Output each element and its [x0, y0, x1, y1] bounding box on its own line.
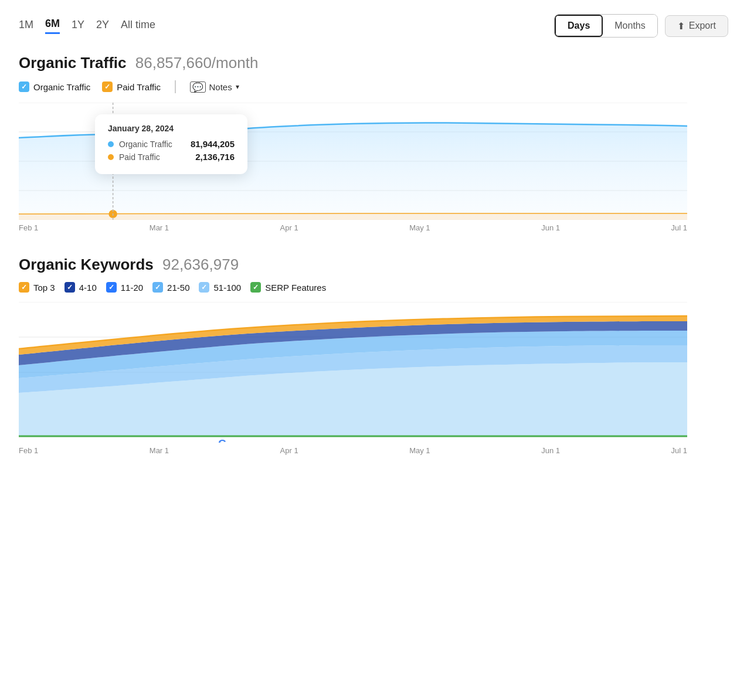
- top-bar: 1M 6M 1Y 2Y All time Days Months ⬆ Expor…: [19, 14, 728, 38]
- traffic-chart-wrap: January 28, 2024 Organic Traffic 81,944,…: [19, 103, 728, 232]
- 51100-checkbox: ✓: [199, 282, 209, 293]
- tooltip-paid-dot: [108, 154, 114, 160]
- traffic-legend-row: ✓ Organic Traffic ✓ Paid Traffic 💬 Notes…: [19, 80, 728, 93]
- right-controls: Days Months ⬆ Export: [554, 14, 728, 38]
- tooltip-organic-dot: [108, 141, 114, 147]
- kw-y-axis: 93.4M 70M 46.7M 23.3M 0: [731, 302, 747, 443]
- notes-icon: 💬: [190, 81, 206, 93]
- tooltip-organic-label: Organic Traffic: [119, 140, 185, 149]
- tooltip-organic-value: 81,944,205: [191, 139, 235, 149]
- time-tabs: 1M 6M 1Y 2Y All time: [19, 18, 155, 34]
- legend-11-20[interactable]: ✓ 11-20: [106, 282, 143, 293]
- legend-4-10[interactable]: ✓ 4-10: [64, 282, 97, 293]
- organic-keywords-title: Organic Keywords 92,636,979: [19, 256, 728, 274]
- tab-1m[interactable]: 1M: [19, 19, 33, 33]
- organic-traffic-label: Organic Traffic: [33, 82, 90, 92]
- kw-legend-row: ✓ Top 3 ✓ 4-10 ✓ 11-20 ✓ 21-50 ✓ 51-100 …: [19, 282, 728, 293]
- days-months-toggle: Days Months: [554, 14, 658, 38]
- legend-21-50[interactable]: ✓ 21-50: [152, 282, 189, 293]
- traffic-y-axis: 90.2M 67.7M 45.1M 22.6M 0: [731, 103, 747, 202]
- tab-2y[interactable]: 2Y: [96, 19, 109, 33]
- 1120-checkbox: ✓: [106, 282, 117, 293]
- export-icon: ⬆: [677, 21, 685, 32]
- organic-traffic-chart: January 28, 2024 Organic Traffic 81,944,…: [19, 103, 728, 232]
- legend-serp-features[interactable]: ✓ SERP Features: [250, 282, 326, 293]
- months-toggle-btn[interactable]: Months: [603, 15, 657, 37]
- legend-organic-traffic[interactable]: ✓ Organic Traffic: [19, 81, 90, 92]
- notes-button[interactable]: 💬 Notes ▾: [190, 81, 239, 93]
- export-button[interactable]: ⬆ Export: [665, 15, 728, 37]
- tab-6m[interactable]: 6M: [45, 18, 60, 34]
- google-g-blue: G: [218, 437, 227, 443]
- keywords-svg: G: [19, 302, 687, 443]
- tooltip-date: January 28, 2024: [108, 124, 235, 133]
- paid-traffic-label: Paid Traffic: [117, 82, 161, 92]
- organic-traffic-section: Organic Traffic 86,857,660/month ✓ Organ…: [19, 54, 728, 232]
- paid-traffic-checkbox: ✓: [102, 81, 113, 92]
- keywords-chart: G 93.4M 70M 46.7M 23.3M 0 Feb 1 Mar 1 Ap…: [19, 302, 728, 455]
- kw-x-axis: Feb 1 Mar 1 Apr 1 May 1 Jun 1 Jul 1: [19, 443, 728, 455]
- traffic-x-axis: Feb 1 Mar 1 Apr 1 May 1 Jun 1 Jul 1: [19, 220, 728, 232]
- chevron-down-icon: ▾: [236, 83, 239, 91]
- days-toggle-btn[interactable]: Days: [555, 15, 603, 37]
- tooltip-organic-row: Organic Traffic 81,944,205: [108, 139, 235, 149]
- organic-traffic-checkbox: ✓: [19, 81, 29, 92]
- legend-51-100[interactable]: ✓ 51-100: [199, 282, 241, 293]
- organic-keywords-section: Organic Keywords 92,636,979 ✓ Top 3 ✓ 4-…: [19, 256, 728, 455]
- 2150-checkbox: ✓: [152, 282, 163, 293]
- serp-checkbox: ✓: [250, 282, 261, 293]
- tooltip-paid-value: 2,136,716: [195, 152, 235, 162]
- top3-checkbox: ✓: [19, 282, 29, 293]
- traffic-tooltip: January 28, 2024 Organic Traffic 81,944,…: [95, 114, 247, 174]
- tab-1y[interactable]: 1Y: [72, 19, 84, 33]
- tab-alltime[interactable]: All time: [121, 19, 155, 33]
- legend-paid-traffic[interactable]: ✓ Paid Traffic: [102, 81, 161, 92]
- legend-top3[interactable]: ✓ Top 3: [19, 282, 55, 293]
- 410-checkbox: ✓: [64, 282, 75, 293]
- legend-divider: [175, 80, 176, 93]
- tooltip-paid-row: Paid Traffic 2,136,716: [108, 152, 235, 162]
- tooltip-paid-label: Paid Traffic: [119, 152, 190, 162]
- paid-area: [19, 213, 687, 220]
- organic-traffic-title: Organic Traffic 86,857,660/month: [19, 54, 728, 72]
